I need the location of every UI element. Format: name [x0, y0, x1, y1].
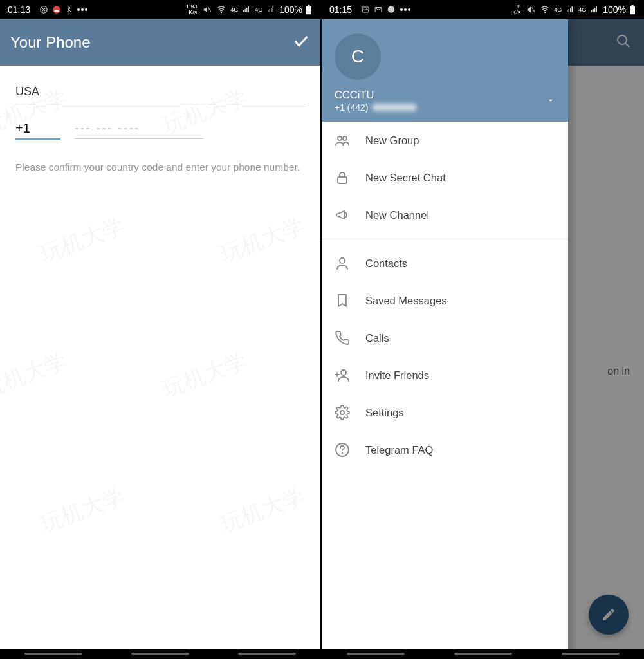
svg-rect-8 — [248, 6, 250, 12]
svg-rect-29 — [631, 5, 633, 6]
drawer-item-calls[interactable]: Calls — [322, 319, 568, 357]
battery-indicator: 100% — [603, 5, 636, 15]
svg-rect-24 — [591, 10, 593, 12]
net-speed: 0K/s — [512, 4, 520, 15]
drawer-separator — [322, 239, 568, 239]
svg-point-17 — [388, 6, 395, 13]
country-selector[interactable]: USA — [15, 77, 305, 104]
svg-rect-23 — [572, 6, 573, 12]
confirm-button[interactable] — [292, 32, 310, 53]
image-icon — [361, 6, 370, 14]
more-icon — [400, 8, 411, 11]
page-title: Your Phone — [10, 33, 292, 51]
battery-indicator: 100% — [279, 5, 313, 15]
drawer-item-new-secret-chat[interactable]: New Secret Chat — [322, 159, 568, 196]
mute-icon — [526, 5, 536, 14]
drawer-item-label: Saved Messages — [365, 295, 447, 307]
more-icon — [77, 8, 88, 11]
status-time: 01:15 — [329, 5, 352, 15]
svg-point-1 — [53, 6, 60, 14]
svg-rect-27 — [596, 6, 598, 12]
mute-icon — [202, 5, 212, 14]
help-icon — [335, 442, 365, 458]
svg-point-33 — [343, 136, 347, 140]
drawer-item-new-group[interactable]: New Group — [322, 122, 568, 159]
svg-rect-7 — [246, 8, 248, 12]
lock-icon — [335, 170, 365, 185]
signal-icon — [566, 6, 575, 14]
svg-rect-28 — [630, 6, 635, 14]
net-label: 4G — [230, 6, 238, 13]
redacted-phone — [373, 104, 416, 111]
svg-point-41 — [342, 453, 343, 454]
phone-icon — [335, 330, 365, 346]
svg-rect-5 — [243, 10, 244, 12]
drawer-item-label: New Channel — [365, 209, 429, 221]
net-label-2: 4G — [255, 6, 262, 13]
svg-rect-6 — [245, 9, 246, 12]
drawer-section-2: ContactsSaved MessagesCallsInvite Friend… — [322, 245, 568, 469]
svg-rect-9 — [268, 10, 269, 12]
account-dropdown-icon[interactable] — [546, 96, 555, 107]
avatar[interactable]: C — [335, 33, 381, 80]
drawer-item-saved-messages[interactable]: Saved Messages — [322, 282, 568, 319]
status-bar: 01:13 1.93K/s 4G 4G 100% — [0, 0, 320, 19]
country-code-input[interactable] — [15, 118, 60, 140]
drawer-item-label: New Secret Chat — [365, 172, 446, 184]
drawer-item-label: New Group — [365, 135, 419, 147]
drawer-item-contacts[interactable]: Contacts — [322, 245, 568, 282]
drawer-item-label: Calls — [365, 332, 389, 344]
phone-screen-setup: 玩机大学 玩机大学 玩机大学 玩机大学 玩机大学 玩机大学 玩机大学 玩机大学 … — [0, 0, 322, 659]
megaphone-icon — [335, 207, 365, 223]
wifi-icon — [216, 5, 226, 14]
signal-icon — [242, 6, 251, 14]
svg-line-3 — [208, 8, 211, 12]
drawer-username: CCCiTU — [335, 89, 555, 101]
svg-rect-12 — [273, 6, 274, 12]
svg-rect-21 — [569, 9, 570, 12]
drawer-item-new-channel[interactable]: New Channel — [322, 196, 568, 234]
svg-rect-22 — [570, 8, 571, 12]
drawer-item-invite-friends[interactable]: Invite Friends — [322, 357, 568, 394]
svg-rect-11 — [271, 8, 272, 12]
drawer-item-label: Invite Friends — [365, 369, 429, 382]
svg-rect-13 — [306, 6, 311, 14]
record-icon — [39, 5, 48, 14]
bluetooth-icon — [65, 5, 73, 14]
svg-rect-14 — [308, 5, 309, 6]
drawer-item-label: Contacts — [365, 257, 407, 270]
drawer-item-telegram-faq[interactable]: Telegram FAQ — [322, 431, 568, 469]
net-label: 4G — [554, 6, 562, 13]
svg-point-4 — [221, 12, 222, 13]
phone-form: USA Please confirm your country code and… — [0, 66, 320, 186]
phone-number-input[interactable] — [75, 118, 203, 139]
system-nav-bar[interactable] — [0, 649, 320, 659]
drawer-item-label: Settings — [365, 407, 404, 419]
signal-icon-2 — [266, 6, 275, 14]
gear-icon — [335, 405, 365, 420]
svg-point-39 — [340, 411, 344, 414]
svg-point-32 — [338, 136, 342, 140]
svg-rect-2 — [55, 10, 59, 12]
drawer-item-label: Telegram FAQ — [365, 444, 433, 456]
svg-rect-25 — [593, 9, 594, 12]
svg-point-36 — [341, 370, 346, 375]
status-time: 01:13 — [8, 5, 30, 15]
chat-icon — [387, 5, 396, 14]
drawer-list: New GroupNew Secret ChatNew Channel Cont… — [322, 122, 568, 659]
drawer-section-1: New GroupNew Secret ChatNew Channel — [322, 122, 568, 234]
svg-point-19 — [545, 12, 546, 13]
svg-point-35 — [340, 258, 345, 263]
phone-screen-drawer: 玩机大学 玩机大学 玩机大学 玩机大学 玩机大学 玩机大学 玩机大学 玩机大学 … — [322, 0, 644, 659]
system-nav-bar[interactable] — [322, 649, 644, 659]
svg-rect-20 — [567, 10, 568, 12]
svg-rect-10 — [270, 9, 271, 12]
group-icon — [335, 133, 365, 148]
person-icon — [335, 255, 365, 271]
drawer-header[interactable]: C CCCiTU +1 (442) — [322, 19, 568, 122]
block-icon — [52, 5, 61, 14]
svg-rect-34 — [338, 177, 347, 183]
drawer-item-settings[interactable]: Settings — [322, 394, 568, 431]
net-speed: 1.93K/s — [186, 4, 198, 15]
bookmark-icon — [335, 293, 365, 308]
